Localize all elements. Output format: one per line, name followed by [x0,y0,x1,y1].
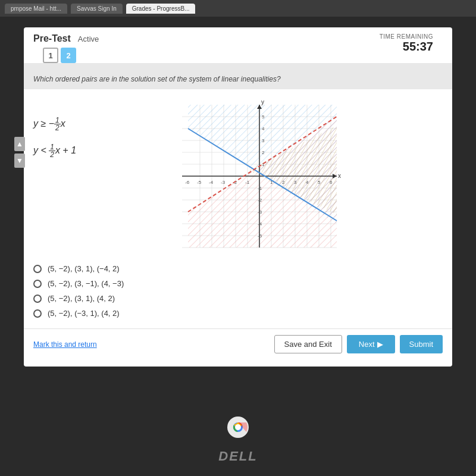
next-button[interactable]: Next ▶ [347,335,395,353]
side-nav: ▲ ▼ [14,137,25,168]
answer-option-d[interactable]: (5, −2), (−3, 1), (4, 2) [33,309,443,318]
equations-side: y ≥ −12x y < 12x + 1 [33,99,164,253]
svg-text:y: y [261,99,264,105]
question-area: Which ordered pairs are in the solution … [24,63,452,89]
radio-a[interactable] [33,265,42,273]
dell-logo: DELL [218,449,257,464]
svg-text:4: 4 [306,180,309,185]
question-text: Which ordered pairs are in the solution … [33,70,443,89]
graph-side: x y -6 -5 -4 -3 -2 -1 1 2 3 4 5 6 5 [176,99,443,253]
browser-tab-bar: pmpose Mail - htt... Savvas Sign In Grad… [0,0,476,17]
time-label: TIME REMAINING [380,33,433,40]
svg-text:-3: -3 [221,180,226,185]
next-label: Next [359,340,375,349]
svg-text:2: 2 [282,180,285,185]
answer-text-a: (5, −2), (3, 1), (−4, 2) [48,264,120,273]
answers-section: (5, −2), (3, 1), (−4, 2) (5, −2), (3, −1… [24,253,452,328]
svg-text:-2: -2 [258,198,262,203]
answer-text-b: (5, −2), (3, −1), (4, −3) [48,279,124,288]
svg-text:3: 3 [294,180,297,185]
time-value: 55:37 [380,40,433,54]
svg-text:-1: -1 [245,180,250,185]
time-remaining: TIME REMAINING 55:37 [380,33,443,54]
equation-1: y ≥ −12x [33,117,164,131]
pre-test-label: Pre-Test [33,33,71,44]
svg-text:-5: -5 [197,180,202,185]
equation-2: y < 12x + 1 [33,143,164,158]
svg-text:-4: -4 [258,221,262,227]
question-btn-1[interactable]: 1 [43,48,58,63]
svg-text:x: x [338,173,341,179]
tab-savvas[interactable]: Savvas Sign In [71,4,123,14]
svg-text:-5: -5 [258,233,262,239]
answer-text-c: (5, −2), (3, 1), (4, 2) [48,294,115,303]
radio-b[interactable] [33,280,42,288]
content-layout: y ≥ −12x y < 12x + 1 [24,89,452,253]
submit-button[interactable]: Submit [400,335,443,353]
tab-mail[interactable]: pmpose Mail - htt... [5,4,67,14]
next-arrow-icon: ▶ [377,340,383,349]
svg-text:2: 2 [262,150,265,155]
active-badge: Active [78,35,99,43]
nav-up-arrow[interactable]: ▲ [14,137,25,151]
svg-text:6: 6 [330,180,333,185]
footer-buttons: Save and Exit Next ▶ Submit [274,335,443,353]
save-exit-button[interactable]: Save and Exit [274,335,342,353]
svg-text:3: 3 [262,138,265,143]
graph-canvas: x y -6 -5 -4 -3 -2 -1 1 2 3 4 5 6 5 [176,99,343,253]
svg-text:-6: -6 [185,180,190,185]
tab-grades[interactable]: Grades - ProgressB... [126,4,196,14]
chrome-icon [227,416,249,438]
test-container: Pre-Test Active 1 2 TIME REMAINING 55:37… [24,27,452,367]
mark-return-link[interactable]: Mark this and return [33,340,97,349]
answer-text-d: (5, −2), (−3, 1), (4, 2) [48,309,120,318]
svg-text:5: 5 [318,180,321,185]
header-left: Pre-Test Active 1 2 [33,33,99,63]
answer-option-a[interactable]: (5, −2), (3, 1), (−4, 2) [33,264,443,273]
radio-d[interactable] [33,309,42,318]
svg-text:-1: -1 [258,186,262,191]
question-nav: 1 2 [33,48,99,63]
svg-text:-3: -3 [258,209,262,215]
radio-c[interactable] [33,295,42,303]
svg-text:4: 4 [262,126,265,131]
chrome-area [227,416,249,440]
test-footer: Mark this and return Save and Exit Next … [24,328,452,359]
svg-text:-4: -4 [209,180,214,185]
question-btn-2[interactable]: 2 [61,48,76,63]
answer-option-b[interactable]: (5, −2), (3, −1), (4, −3) [33,279,443,288]
svg-point-63 [235,424,241,430]
svg-text:5: 5 [262,114,265,120]
nav-down-arrow[interactable]: ▼ [14,154,25,168]
answer-option-c[interactable]: (5, −2), (3, 1), (4, 2) [33,294,443,303]
graph-svg: x y -6 -5 -4 -3 -2 -1 1 2 3 4 5 6 5 [176,99,343,253]
